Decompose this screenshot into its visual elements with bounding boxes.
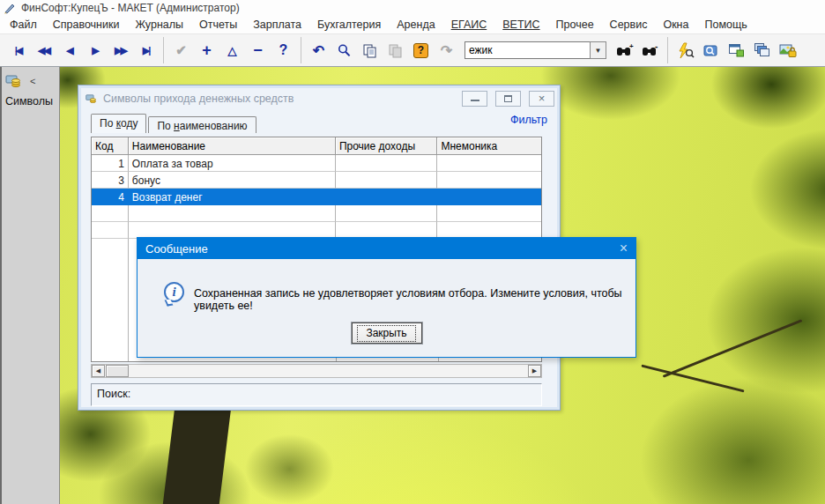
tab-by-name[interactable]: По наименованию: [148, 116, 256, 133]
dialog-close-icon[interactable]: ×: [620, 241, 628, 256]
copy-icon[interactable]: [357, 38, 383, 63]
restore-icon: [504, 95, 512, 102]
chevron-down-icon[interactable]: ▼: [590, 41, 606, 59]
toolbar-separator: [301, 37, 301, 63]
nav-fast-next-button[interactable]: ▶▶: [108, 38, 133, 63]
edit-record-button[interactable]: △: [219, 38, 245, 63]
cell-code: 4: [92, 189, 129, 205]
window-title: Символы прихода денежных средств: [103, 93, 454, 105]
nav-last-button[interactable]: ▶|: [133, 38, 159, 63]
menu-item-windows[interactable]: Окна: [655, 17, 696, 33]
app-window: ФинСофт:КупецЪ - МАКЕТ (Администратор) Ф…: [0, 0, 825, 504]
cell-mnemonic: [437, 189, 541, 205]
sidebar-item-symbols[interactable]: Символы: [5, 95, 56, 107]
tab-by-code[interactable]: По коду: [91, 114, 146, 133]
menu-item-service[interactable]: Сервис: [602, 17, 656, 33]
add-record-button[interactable]: +: [194, 38, 219, 63]
menu-item-help[interactable]: Помощь: [696, 17, 754, 33]
menu-item-other[interactable]: Прочее: [548, 17, 602, 33]
coins-icon: [5, 74, 23, 88]
table-row-selected[interactable]: 4 Возврат денег: [92, 189, 541, 205]
cascade-windows-icon[interactable]: [749, 38, 775, 63]
message-dialog: Сообщение × i Сохраненная запись не удов…: [137, 237, 636, 358]
toolbar: |◀ ◀◀ ◀ ▶ ▶▶ ▶| ✔ + △ − ? ↶ ? ↷ ежик ▼ +: [0, 34, 825, 67]
svg-text:+: +: [629, 43, 634, 50]
refresh-icon[interactable]: ↶: [306, 38, 331, 63]
menu-item-vetis[interactable]: ВЕТИС: [494, 17, 547, 33]
cell-mnemonic: [437, 172, 541, 189]
search-panel: Поиск:: [91, 383, 542, 406]
dialog-titlebar[interactable]: Сообщение ×: [138, 238, 635, 259]
find-next-remove-icon[interactable]: -: [637, 38, 663, 63]
nav-prev-button[interactable]: ◀: [56, 38, 82, 63]
menu-item-reports[interactable]: Отчеты: [191, 17, 245, 33]
column-header-name[interactable]: Наименование: [129, 137, 336, 155]
cell-name: Оплата за товар: [129, 155, 336, 172]
toolbar-separator: [667, 37, 668, 63]
app-titlebar: ФинСофт:КупецЪ - МАКЕТ (Администратор): [0, 0, 825, 16]
column-header-mnemonic[interactable]: Мнемоника: [437, 137, 541, 155]
sidebar-panel: < Символы: [0, 67, 60, 504]
scroll-left-icon[interactable]: ◀: [92, 365, 105, 377]
close-button[interactable]: ×: [529, 91, 554, 107]
scrollbar-thumb[interactable]: [106, 365, 129, 377]
menu-item-file[interactable]: Файл: [2, 17, 45, 33]
desktop-wallpaper: Символы прихода денежных средств × По ко…: [60, 67, 825, 504]
column-header-other-income[interactable]: Прочие доходы: [336, 137, 438, 155]
quick-search-icon[interactable]: [673, 38, 698, 63]
table-header-row: Код Наименование Прочие доходы Мнемоника: [92, 137, 541, 155]
app-icon: [4, 2, 16, 14]
search-label: Поиск:: [97, 388, 130, 400]
menu-item-journals[interactable]: Журналы: [127, 17, 191, 33]
symbols-window-titlebar[interactable]: Символы прихода денежных средств ×: [78, 85, 560, 108]
help-badge-icon[interactable]: ?: [408, 38, 434, 63]
close-icon: ×: [539, 93, 546, 104]
cell-mnemonic: [437, 155, 541, 172]
cell-code: 1: [92, 155, 129, 172]
dialog-close-button[interactable]: Закрыть: [352, 322, 422, 344]
column-header-code[interactable]: Код: [92, 137, 129, 155]
menu-item-egais[interactable]: ЕГАИС: [443, 17, 495, 33]
sidebar-collapse-button[interactable]: <: [30, 76, 35, 86]
nav-first-button[interactable]: |◀: [5, 38, 31, 63]
dialog-body: i Сохраненная запись не удовлетворяет ус…: [138, 259, 635, 358]
app-title: ФинСофт:КупецЪ - МАКЕТ (Администратор): [21, 2, 240, 14]
find-next-add-icon[interactable]: +: [612, 38, 637, 63]
cell-other: [336, 172, 438, 189]
cell-other: [336, 189, 438, 205]
cell-name: Возврат денег: [129, 189, 336, 205]
minimize-button[interactable]: [462, 91, 487, 107]
copy-disabled-icon: [383, 38, 408, 63]
horizontal-scrollbar[interactable]: ◀ ▶: [91, 364, 542, 378]
menu-item-rent[interactable]: Аренда: [389, 17, 442, 33]
image-lock-icon[interactable]: [775, 38, 800, 63]
cell-other: [336, 155, 438, 172]
menu-bar: Файл Справочники Журналы Отчеты Зарплата…: [0, 16, 825, 34]
cell-name: бонус: [129, 172, 336, 189]
search-settings-icon[interactable]: [698, 38, 724, 63]
tree-branch: [663, 319, 803, 377]
search-icon[interactable]: [331, 38, 357, 63]
table-empty-row: [92, 205, 541, 222]
dialog-message: Сохраненная запись не удовлетворяет усло…: [194, 287, 623, 312]
menu-item-salary[interactable]: Зарплата: [245, 17, 309, 33]
restore-button[interactable]: [495, 91, 521, 107]
new-window-icon[interactable]: [724, 38, 749, 63]
table-row[interactable]: 3 бонус: [92, 172, 541, 189]
menu-item-directories[interactable]: Справочники: [45, 17, 128, 33]
delete-record-button[interactable]: −: [245, 38, 271, 63]
search-input[interactable]: ежик: [465, 41, 590, 59]
help-button[interactable]: ?: [271, 38, 296, 63]
nav-fast-prev-button[interactable]: ◀◀: [31, 38, 56, 63]
minimize-icon: [471, 95, 479, 101]
table-row[interactable]: 1 Оплата за товар: [92, 155, 541, 172]
scroll-right-icon[interactable]: ▶: [528, 365, 541, 377]
tree-branch: [641, 365, 744, 393]
cell-code: 3: [92, 172, 129, 189]
menu-item-accounting[interactable]: Бухгалтерия: [309, 17, 389, 33]
nav-next-button[interactable]: ▶: [82, 38, 108, 63]
confirm-button[interactable]: ✔: [168, 38, 194, 63]
dialog-title: Сообщение: [145, 242, 620, 256]
filter-link[interactable]: Фильтр: [510, 114, 547, 126]
search-combobox: ежик ▼: [465, 41, 606, 59]
